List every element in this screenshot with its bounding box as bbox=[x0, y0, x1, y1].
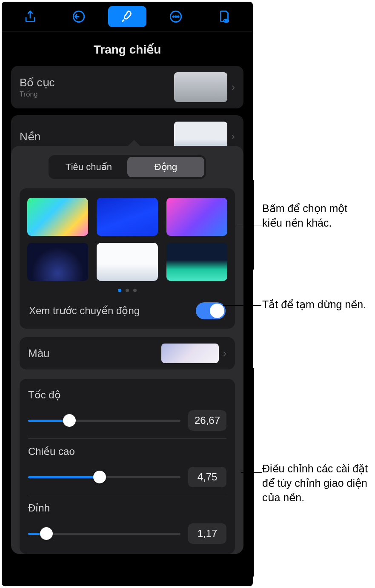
callout-lead bbox=[238, 225, 249, 225]
callout-text: Bấm để chọn một kiểu nền khác. bbox=[262, 202, 347, 229]
chevron-right-icon: › bbox=[223, 347, 226, 359]
peak-label: Đỉnh bbox=[28, 502, 226, 514]
page-dots bbox=[27, 289, 227, 292]
bg-style-option[interactable] bbox=[166, 198, 227, 236]
speed-value[interactable]: 26,67 bbox=[188, 410, 226, 431]
bg-style-option[interactable] bbox=[27, 243, 88, 281]
color-label: Màu bbox=[28, 347, 50, 360]
bg-style-option[interactable] bbox=[97, 198, 157, 236]
callout-text: Điều chỉnh các cài đặt để tùy chỉnh giao… bbox=[262, 463, 368, 503]
speed-label: Tốc độ bbox=[28, 389, 226, 401]
height-block: Chiều cao 4,75 bbox=[28, 439, 226, 495]
share-button[interactable] bbox=[11, 6, 49, 27]
background-popover: Tiêu chuẩn Động Xem trư bbox=[11, 146, 243, 554]
height-value[interactable]: 4,75 bbox=[188, 467, 226, 487]
sliders-panel: Tốc độ 26,67 Chiều cao 4,75 bbox=[20, 379, 235, 554]
preview-motion-toggle[interactable] bbox=[196, 302, 226, 319]
callout-text: Tắt để tạm dừng nền. bbox=[262, 298, 366, 310]
speed-slider[interactable] bbox=[28, 420, 180, 422]
undo-button[interactable] bbox=[60, 6, 98, 27]
svg-point-6 bbox=[226, 20, 227, 21]
chevron-right-icon: › bbox=[232, 81, 235, 93]
document-eye-icon bbox=[217, 9, 232, 24]
layout-row[interactable]: Bố cục Trống › bbox=[11, 66, 243, 108]
peak-slider[interactable] bbox=[28, 533, 180, 535]
layout-thumbnail bbox=[174, 72, 227, 102]
format-button[interactable] bbox=[108, 6, 146, 27]
preview-motion-label: Xem trước chuyển động bbox=[29, 305, 140, 317]
layout-sub: Trống bbox=[20, 90, 55, 98]
presenter-button[interactable] bbox=[205, 6, 243, 27]
speed-block: Tốc độ 26,67 bbox=[28, 382, 226, 439]
bg-type-segmented: Tiêu chuẩn Động bbox=[49, 155, 206, 179]
height-slider[interactable] bbox=[28, 476, 180, 478]
callout-sliders: Điều chỉnh các cài đặt để tùy chỉnh giao… bbox=[262, 462, 373, 505]
brush-icon bbox=[120, 9, 135, 24]
background-grid bbox=[27, 198, 227, 281]
bg-style-option[interactable] bbox=[97, 243, 157, 281]
svg-point-4 bbox=[177, 16, 179, 17]
callout-pick-bg: Bấm để chọn một kiểu nền khác. bbox=[262, 202, 369, 230]
height-label: Chiều cao bbox=[28, 446, 226, 457]
bg-style-option[interactable] bbox=[27, 198, 88, 236]
chevron-right-icon: › bbox=[232, 131, 235, 142]
color-row[interactable]: Màu › bbox=[20, 337, 235, 369]
callout-toggle: Tắt để tạm dừng nền. bbox=[262, 298, 369, 312]
panel-title: Trang chiếu bbox=[2, 31, 253, 66]
layout-label: Bố cục bbox=[20, 76, 55, 89]
toggle-knob bbox=[210, 304, 224, 318]
callout-lead bbox=[223, 305, 261, 306]
more-button[interactable] bbox=[157, 6, 195, 27]
peak-block: Đỉnh 1,17 bbox=[28, 495, 226, 545]
bg-style-option[interactable] bbox=[166, 243, 227, 281]
ellipsis-circle-icon bbox=[169, 9, 183, 24]
toolbar bbox=[2, 2, 253, 31]
callout-lead bbox=[241, 472, 249, 473]
background-label: Nền bbox=[20, 130, 40, 143]
background-style-panel: Xem trước chuyển động bbox=[20, 188, 235, 329]
peak-value[interactable]: 1,17 bbox=[188, 523, 226, 544]
undo-icon bbox=[72, 9, 86, 24]
page-dot[interactable] bbox=[133, 289, 137, 292]
color-swatch bbox=[161, 344, 219, 363]
share-icon bbox=[23, 9, 37, 24]
inspector-panel: Trang chiếu Bố cục Trống › Nền › bbox=[2, 2, 253, 586]
page-dot[interactable] bbox=[118, 289, 121, 292]
svg-point-2 bbox=[173, 16, 174, 17]
segment-standard[interactable]: Tiêu chuẩn bbox=[50, 157, 127, 177]
segment-dynamic[interactable]: Động bbox=[127, 157, 204, 177]
svg-point-3 bbox=[175, 16, 177, 17]
page-dot[interactable] bbox=[126, 289, 129, 292]
